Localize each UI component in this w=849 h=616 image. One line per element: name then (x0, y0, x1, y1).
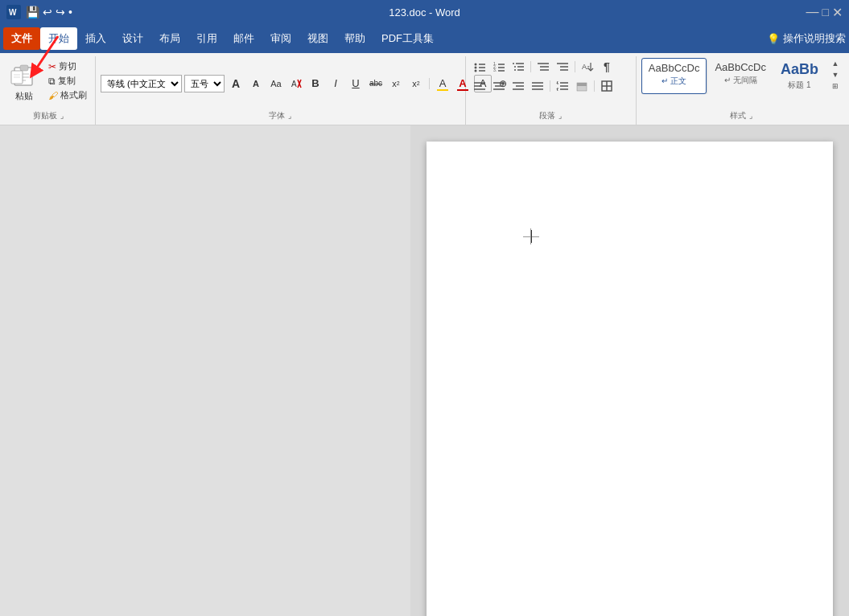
style-preview-heading1: AaBb (781, 61, 818, 78)
align-left-button[interactable] (471, 77, 488, 95)
svg-point-19 (474, 70, 476, 72)
title-bar-left: W 💾 ↩ ↪ • (6, 5, 72, 19)
styles-navigator: ▲ ▼ ⊞ (830, 58, 841, 92)
svg-point-31 (514, 69, 516, 71)
format-painter-button[interactable]: 🖌 格式刷 (45, 88, 90, 102)
style-preview-nospace: AaBbCcDc (715, 61, 766, 73)
menu-view[interactable]: 视图 (299, 27, 336, 50)
format-painter-icon: 🖌 (48, 90, 58, 101)
svg-point-15 (474, 64, 476, 66)
increase-indent-button[interactable] (554, 58, 571, 76)
styles-scroll-up[interactable]: ▲ (830, 58, 841, 69)
clipboard-expand-icon[interactable]: ⌟ (60, 112, 64, 120)
font-expand-icon[interactable]: ⌟ (288, 112, 291, 120)
document-page[interactable] (427, 142, 833, 616)
paste-button[interactable]: 粘贴 (6, 58, 42, 104)
word-icon: W (6, 5, 21, 19)
save-button[interactable]: 💾 (26, 6, 39, 18)
menu-references[interactable]: 引用 (188, 27, 225, 50)
text-highlight-button[interactable]: A (434, 75, 451, 92)
svg-point-29 (514, 66, 516, 68)
strikethrough-button[interactable]: abc (367, 75, 385, 92)
font-name-select[interactable]: 等线 (中文正文 (101, 75, 182, 92)
styles-scroll-area: AaBbCcDc ↵ 正文 AaBbCcDc ↵ 无间隔 AaBb 标题 1 (641, 58, 825, 94)
style-label-normal: ↵ 正文 (661, 76, 686, 87)
menu-mailings[interactable]: 邮件 (225, 27, 262, 50)
minimize-button[interactable]: — (806, 5, 819, 19)
style-item-normal[interactable]: AaBbCcDc ↵ 正文 (641, 58, 707, 94)
font-row1: 等线 (中文正文 五号 A A Aa A (101, 75, 305, 92)
copy-button[interactable]: ⧉ 复制 (45, 74, 90, 88)
clipboard-group-label: 剪贴板 ⌟ (6, 109, 90, 123)
style-preview-normal: AaBbCcDc (649, 62, 700, 74)
paste-label: 粘贴 (15, 90, 33, 102)
style-label-nospace: ↵ 无间隔 (724, 75, 757, 86)
align-center-button[interactable] (490, 77, 508, 95)
lightbulb-icon: 💡 (767, 33, 780, 45)
paragraph-content: 1. 2. 3. (471, 58, 631, 109)
align-right-button[interactable] (509, 77, 527, 95)
justify-button[interactable] (529, 77, 546, 95)
menu-design[interactable]: 设计 (114, 27, 151, 50)
svg-text:A: A (291, 80, 297, 88)
menu-insert[interactable]: 插入 (77, 27, 114, 50)
maximize-button[interactable]: □ (822, 6, 829, 18)
change-case-button[interactable]: Aa (267, 75, 285, 92)
underline-button[interactable]: U (347, 75, 365, 92)
font-color-button[interactable]: A (454, 75, 472, 92)
subscript-button[interactable]: x2 (387, 75, 405, 92)
styles-scroll-down[interactable]: ▼ (830, 69, 841, 80)
paragraph-group: 1. 2. 3. (468, 56, 637, 125)
paragraph-group-label: 段落 ⌟ (471, 109, 631, 123)
search-label[interactable]: 操作说明搜索 (783, 31, 846, 46)
menu-help[interactable]: 帮助 (336, 27, 373, 50)
cut-label: 剪切 (59, 60, 76, 72)
ordered-list-button[interactable]: 1. 2. 3. (490, 58, 508, 76)
menu-layout[interactable]: 布局 (151, 27, 188, 50)
multilevel-list-button[interactable] (509, 58, 527, 76)
ribbon: 粘贴 ✂ 剪切 ⧉ 复制 🖌 格式刷 剪贴板 ⌟ (0, 53, 849, 125)
menu-file[interactable]: 文件 (3, 27, 40, 50)
clipboard-group: 粘贴 ✂ 剪切 ⧉ 复制 🖌 格式刷 剪贴板 ⌟ (3, 56, 96, 125)
style-item-heading1[interactable]: AaBb 标题 1 (774, 58, 825, 94)
redo-button[interactable]: ↪ (56, 6, 65, 18)
cut-button[interactable]: ✂ 剪切 (45, 60, 90, 73)
superscript-button[interactable]: x2 (407, 75, 425, 92)
style-item-nospace[interactable]: AaBbCcDc ↵ 无间隔 (708, 58, 773, 94)
copy-label: 复制 (58, 75, 76, 87)
styles-expand-icon[interactable]: ⌟ (749, 112, 752, 120)
clear-format-button[interactable]: A (287, 75, 305, 92)
menu-home[interactable]: 开始 (40, 27, 77, 50)
styles-expand[interactable]: ⊞ (830, 80, 841, 92)
bold-button[interactable]: B (307, 75, 324, 92)
font-size-select[interactable]: 五号 (184, 75, 225, 92)
menu-pdf[interactable]: PDF工具集 (373, 27, 442, 50)
search-box: 💡 操作说明搜索 (767, 31, 846, 46)
line-spacing-button[interactable] (554, 77, 571, 95)
clipboard-small-buttons: ✂ 剪切 ⧉ 复制 🖌 格式刷 (45, 60, 90, 102)
font-content: 等线 (中文正文 五号 A A Aa A (101, 58, 460, 109)
styles-group-label: 样式 ⌟ (641, 109, 841, 123)
decrease-indent-button[interactable] (534, 58, 552, 76)
style-label-heading1: 标题 1 (788, 80, 810, 91)
document-main[interactable] (410, 125, 849, 616)
paragraph-expand-icon[interactable]: ⌟ (558, 112, 562, 120)
show-formatting-button[interactable]: ¶ (598, 58, 616, 76)
shading-button[interactable] (573, 77, 591, 95)
close-button[interactable]: ✕ (832, 5, 843, 20)
sort-button[interactable]: A Z (579, 58, 596, 76)
menu-bar: 文件 开始 插入 设计 布局 引用 邮件 审阅 视图 帮助 PDF工具集 💡 操… (0, 24, 849, 53)
text-cursor (531, 230, 532, 243)
document-sidebar (0, 125, 410, 616)
menu-review[interactable]: 审阅 (262, 27, 299, 50)
svg-rect-58 (577, 83, 587, 86)
undo-button[interactable]: ↩ (43, 6, 52, 18)
unordered-list-button[interactable] (471, 58, 488, 76)
paragraph-row1: 1. 2. 3. (471, 58, 616, 76)
svg-rect-5 (20, 65, 28, 71)
borders-button[interactable] (598, 77, 616, 95)
svg-point-17 (474, 67, 476, 69)
increase-font-button[interactable]: A (227, 75, 245, 92)
decrease-font-button[interactable]: A (247, 75, 265, 92)
italic-button[interactable]: I (327, 75, 344, 92)
